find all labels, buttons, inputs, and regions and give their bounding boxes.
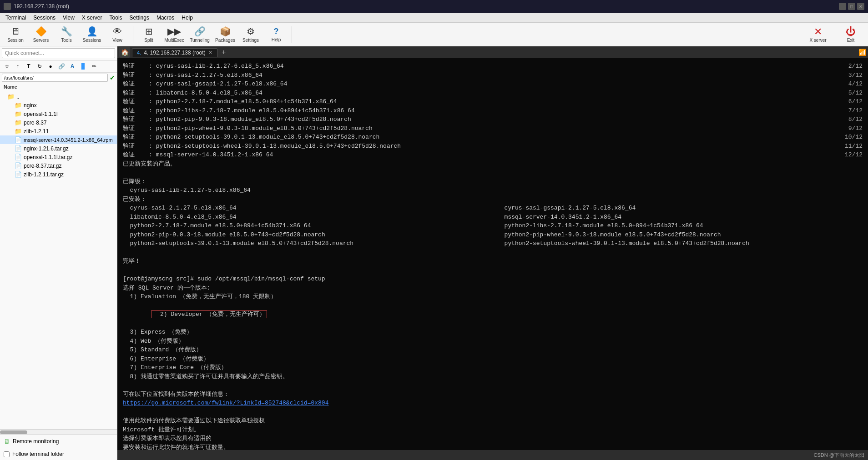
tree-item-zlib[interactable]: 📁 zlib-1.2.11 bbox=[0, 127, 117, 135]
toolbar-sessions[interactable]: 👤 Sessions bbox=[80, 24, 104, 45]
hscroll-bar[interactable] bbox=[0, 429, 117, 435]
close-button[interactable]: ✕ bbox=[857, 3, 864, 10]
file-icon: 📄 bbox=[15, 145, 22, 152]
menu-help[interactable]: Help bbox=[178, 14, 197, 22]
menu-sessions[interactable]: Sessions bbox=[30, 14, 59, 22]
tab-number-icon: 4. bbox=[137, 50, 141, 55]
terminal-line: 7) Enterprise Core （付费版） bbox=[123, 363, 863, 372]
line-num: 6/12 bbox=[848, 97, 863, 106]
file-blue-btn[interactable]: A bbox=[67, 62, 77, 71]
terminal-line: Microsoft 批量许可计划。 bbox=[123, 425, 863, 435]
path-check-icon: ✔ bbox=[110, 74, 115, 81]
col-left: python2-2.7.18-7.module_el8.5.0+894+1c54… bbox=[123, 221, 488, 230]
line-text: 验证 : python2-pip-9.0.3-18.module_el8.5.0… bbox=[123, 115, 351, 124]
xserver-label: X server bbox=[809, 38, 826, 43]
terminal-link[interactable]: https://go.microsoft.com/fwlink/?LinkId=… bbox=[123, 399, 863, 408]
toolbar-settings-label: Settings bbox=[242, 38, 259, 43]
menu-macros[interactable]: Macros bbox=[153, 14, 178, 22]
tree-item-zlib-gz[interactable]: 📄 zlib-1.2.11.tar.gz bbox=[0, 170, 117, 179]
menu-settings[interactable]: Settings bbox=[126, 14, 153, 22]
tree-item-nginx[interactable]: 📁 nginx bbox=[0, 101, 117, 110]
file-edit-btn[interactable]: ✏ bbox=[89, 62, 99, 71]
folder-icon: 📁 bbox=[15, 110, 22, 117]
toolbar-tools-label: Tools bbox=[61, 38, 71, 43]
tree-item-pcre[interactable]: 📁 pcre-8.37 bbox=[0, 118, 117, 127]
tunneling-icon: 🔗 bbox=[194, 26, 206, 37]
view-icon: 👁 bbox=[113, 26, 122, 37]
remote-monitoring-btn[interactable]: 🖥 Remote monitoring bbox=[0, 435, 117, 448]
follow-terminal-checkbox[interactable] bbox=[4, 451, 10, 457]
toolbar-settings[interactable]: ⚙ Settings bbox=[239, 24, 262, 45]
tree-item-label: pcre-8.37 bbox=[24, 120, 47, 126]
maximize-button[interactable]: □ bbox=[848, 3, 855, 10]
menu-xserver[interactable]: X server bbox=[78, 14, 106, 22]
terminal-line: 要安装和运行此软件的就地许可证数量。 bbox=[123, 443, 863, 450]
line-num: 3/12 bbox=[848, 71, 863, 80]
toolbar-help-label: Help bbox=[272, 37, 281, 42]
packages-icon: 📦 bbox=[220, 26, 231, 37]
terminal-two-col: python2-2.7.18-7.module_el8.5.0+894+1c54… bbox=[123, 221, 863, 230]
home-button[interactable]: 🏠 bbox=[119, 47, 130, 58]
quick-connect-input[interactable] bbox=[2, 48, 115, 58]
toolbar-split[interactable]: ⊞ Split bbox=[137, 24, 161, 45]
file-blue2-btn[interactable]: ▊ bbox=[78, 62, 88, 71]
toolbar-servers[interactable]: 🔶 Servers bbox=[29, 24, 53, 45]
file-refresh-btn[interactable]: ↻ bbox=[35, 62, 45, 71]
toolbar-help[interactable]: ? Help bbox=[264, 24, 288, 45]
tree-item-openssl[interactable]: 📁 openssl-1.1.1l bbox=[0, 110, 117, 118]
toolbar-split-label: Split bbox=[144, 38, 153, 43]
terminal-line: 选择 SQL Server 的一个版本: bbox=[123, 284, 863, 293]
file-link-btn[interactable]: 🔗 bbox=[56, 62, 66, 71]
col-left: python2-pip-9.0.3-18.module_el8.5.0+743+… bbox=[123, 230, 488, 240]
terminal-line: 验证 : python2-libs-2.7.18-7.module_el8.5.… bbox=[123, 106, 863, 115]
tree-item-mssql-rpm[interactable]: 📄 mssql-server-14.0.3451.2-1.x86_64.rpm bbox=[0, 135, 117, 144]
toolbar-exit[interactable]: ⏻ Exit bbox=[837, 26, 864, 43]
toolbar-session[interactable]: 🖥 Session bbox=[4, 24, 27, 45]
terminal-blank bbox=[123, 266, 863, 275]
toolbar-packages[interactable]: 📦 Packages bbox=[213, 24, 237, 45]
terminal-content[interactable]: 验证 : cyrus-sasl-lib-2.1.27-6.el8_5.x86_6… bbox=[117, 58, 868, 450]
terminal-two-col: python2-pip-9.0.3-18.module_el8.5.0+743+… bbox=[123, 230, 863, 240]
terminal-line: 已安装： bbox=[123, 195, 863, 204]
highlighted-text: 2) Developer （免费，无生产许可） bbox=[151, 310, 267, 318]
toolbar-tools[interactable]: 🔧 Tools bbox=[55, 24, 78, 45]
toolbar-view[interactable]: 👁 View bbox=[106, 24, 129, 45]
file-text-btn[interactable]: T bbox=[24, 62, 34, 71]
toolbar-multiexec[interactable]: ▶▶ MultiExec bbox=[162, 24, 186, 45]
wifi-icon[interactable]: 📶 bbox=[858, 49, 866, 56]
terminal-blank bbox=[123, 408, 863, 417]
servers-icon: 🔶 bbox=[35, 26, 47, 37]
minimize-button[interactable]: — bbox=[839, 3, 846, 10]
terminal-line: 已降级： bbox=[123, 177, 863, 186]
file-up-btn[interactable]: ↑ bbox=[13, 62, 23, 71]
folder-icon: 📁 bbox=[15, 102, 22, 109]
menu-view[interactable]: View bbox=[59, 14, 78, 22]
terminal-line: 使用此软件的付费版本需要通过以下途径获取单独授权 bbox=[123, 416, 863, 425]
tree-item-label: pcre-8.37.tar.gz bbox=[24, 163, 61, 169]
title-bar: 192.168.227.138 (root) — □ ✕ bbox=[0, 0, 868, 13]
terminal-line: 已更新安装的产品。 bbox=[123, 160, 863, 169]
toolbar-xserver[interactable]: ✕ X server bbox=[804, 26, 832, 43]
tree-item-nginx-gz[interactable]: 📄 nginx-1.21.6.tar.gz bbox=[0, 144, 117, 153]
tree-item-dotdot[interactable]: 📁 .. bbox=[0, 92, 117, 101]
tab-active[interactable]: 4. 4. 192.168.227.138 (root) ✕ bbox=[132, 48, 217, 57]
file-dot-btn[interactable]: ● bbox=[45, 62, 56, 71]
menu-tools[interactable]: Tools bbox=[106, 14, 126, 22]
path-input[interactable] bbox=[2, 74, 108, 82]
file-icon: 📄 bbox=[15, 162, 22, 169]
tree-item-openssl-gz[interactable]: 📄 openssl-1.1.1l.tar.gz bbox=[0, 153, 117, 161]
tab-close-button[interactable]: ✕ bbox=[208, 50, 212, 55]
exit-icon: ⏻ bbox=[846, 26, 856, 38]
file-icon: 📄 bbox=[15, 171, 22, 178]
line-num: 7/12 bbox=[848, 106, 863, 115]
file-tree[interactable]: 📁 .. 📁 nginx 📁 openssl-1.1.1l 📁 pcre-8.3… bbox=[0, 90, 117, 429]
toolbar-tunneling[interactable]: 🔗 Tunneling bbox=[188, 24, 212, 45]
tab-add-button[interactable]: + bbox=[219, 48, 228, 57]
tree-item-pcre-gz[interactable]: 📄 pcre-8.37.tar.gz bbox=[0, 161, 117, 170]
tree-item-label: openssl-1.1.1l bbox=[24, 111, 58, 117]
menu-terminal[interactable]: Terminal bbox=[2, 14, 30, 22]
col-left: python2-setuptools-39.0.1-13.module el8.… bbox=[123, 239, 488, 248]
terminal-line: cyrus-sasl-lib-2.1.27-5.el8.x86_64 bbox=[123, 186, 863, 195]
terminal-line: 验证 : mssql-server-14.0.3451.2-1.x86_64 1… bbox=[123, 150, 863, 160]
file-bookmark-btn[interactable]: ☆ bbox=[2, 62, 12, 71]
